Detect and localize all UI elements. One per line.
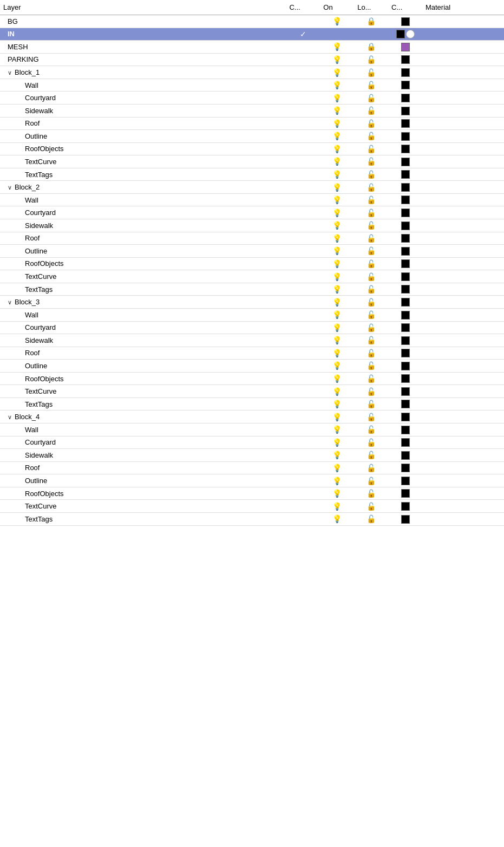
color-swatch[interactable] — [401, 170, 410, 179]
layer-row[interactable]: Outline💡🔓 — [0, 360, 504, 373]
color-swatch[interactable] — [401, 17, 410, 26]
color-swatch[interactable] — [396, 30, 405, 38]
bulb-icon[interactable]: 💡 — [332, 400, 342, 408]
layer-row[interactable]: TextTags💡🔓 — [0, 168, 504, 181]
collapse-arrow-icon[interactable]: ∨ — [8, 69, 14, 76]
color-swatch[interactable] — [401, 81, 410, 89]
color-swatch[interactable] — [401, 311, 410, 320]
bulb-icon[interactable]: 💡 — [332, 374, 342, 383]
layer-row[interactable]: TextCurve💡🔓 — [0, 500, 504, 513]
lock-open-icon[interactable]: 🔓 — [366, 68, 376, 77]
layer-row[interactable]: TextCurve💡🔓 — [0, 155, 504, 168]
layer-row[interactable]: Roof💡🔓 — [0, 232, 504, 245]
color-swatch[interactable] — [401, 209, 410, 217]
lock-open-icon[interactable]: 🔓 — [366, 94, 376, 102]
bulb-icon[interactable]: 💡 — [332, 310, 342, 319]
layer-row[interactable]: Outline💡🔓 — [0, 474, 504, 487]
bulb-icon[interactable]: 💡 — [332, 336, 342, 344]
bulb-icon[interactable]: 💡 — [332, 94, 342, 102]
layer-row[interactable]: Sidewalk💡🔓 — [0, 334, 504, 347]
layer-row[interactable]: MESH💡🔒 — [0, 41, 504, 54]
lock-open-icon[interactable]: 🔓 — [366, 477, 376, 485]
lock-open-icon[interactable]: 🔓 — [366, 145, 376, 153]
lock-open-icon[interactable]: 🔓 — [366, 234, 376, 243]
bulb-icon[interactable]: 💡 — [332, 387, 342, 396]
color-swatch[interactable] — [401, 374, 410, 383]
bulb-icon[interactable]: 💡 — [332, 425, 342, 434]
color-swatch[interactable] — [401, 323, 410, 332]
bulb-icon[interactable]: 💡 — [332, 55, 342, 64]
color-swatch[interactable] — [401, 234, 410, 243]
lock-open-icon[interactable]: 🔓 — [366, 246, 376, 255]
collapse-arrow-icon[interactable]: ∨ — [8, 299, 14, 305]
bulb-icon[interactable]: 💡 — [332, 17, 342, 25]
layer-row[interactable]: Courtyard💡🔓 — [0, 321, 504, 334]
bulb-icon[interactable]: 💡 — [332, 196, 342, 204]
layer-row[interactable]: RoofObjects💡🔓 — [0, 487, 504, 500]
layer-row[interactable]: Roof💡🔓 — [0, 117, 504, 130]
lock-closed-icon[interactable]: 🔒 — [366, 17, 376, 25]
bulb-icon[interactable]: 💡 — [332, 145, 342, 153]
collapse-arrow-icon[interactable]: ∨ — [8, 184, 14, 191]
lock-open-icon[interactable]: 🔓 — [366, 374, 376, 383]
bulb-icon[interactable]: 💡 — [332, 81, 342, 89]
lock-open-icon[interactable]: 🔓 — [366, 413, 376, 421]
color-swatch[interactable] — [401, 221, 410, 230]
color-swatch[interactable] — [401, 43, 410, 51]
bulb-icon[interactable]: 💡 — [332, 464, 342, 472]
bulb-icon[interactable]: 💡 — [332, 361, 342, 370]
layer-row[interactable]: ∨ Block_4💡🔓 — [0, 411, 504, 424]
color-swatch[interactable] — [401, 272, 410, 281]
lock-open-icon[interactable]: 🔓 — [366, 361, 376, 370]
bulb-icon[interactable]: 💡 — [332, 209, 342, 217]
lock-open-icon[interactable]: 🔓 — [366, 502, 376, 511]
lock-open-icon[interactable]: 🔓 — [366, 221, 376, 230]
color-swatch[interactable] — [401, 68, 410, 77]
layer-row[interactable]: RoofObjects💡🔓 — [0, 142, 504, 155]
bulb-icon[interactable]: 💡 — [332, 298, 342, 307]
color-swatch[interactable] — [401, 196, 410, 204]
lock-open-icon[interactable]: 🔓 — [366, 400, 376, 408]
bulb-icon[interactable]: 💡 — [332, 451, 342, 459]
layer-row[interactable]: ∨ Block_1💡🔓 — [0, 66, 504, 79]
bulb-icon[interactable]: 💡 — [332, 514, 342, 523]
layer-row[interactable]: Outline💡🔓 — [0, 130, 504, 143]
bulb-icon[interactable]: 💡 — [332, 477, 342, 485]
lock-open-icon[interactable]: 🔓 — [366, 514, 376, 523]
lock-open-icon[interactable]: 🔓 — [366, 183, 376, 192]
layer-row[interactable]: Courtyard💡🔓 — [0, 92, 504, 105]
color-swatch[interactable] — [401, 298, 410, 307]
bulb-icon[interactable]: 💡 — [332, 502, 342, 511]
lock-open-icon[interactable]: 🔓 — [366, 119, 376, 128]
layer-row[interactable]: Wall💡🔓 — [0, 424, 504, 436]
bulb-icon[interactable]: 💡 — [332, 246, 342, 255]
lock-open-icon[interactable]: 🔓 — [366, 451, 376, 459]
layer-row[interactable]: TextCurve💡🔓 — [0, 270, 504, 283]
color-swatch[interactable] — [401, 336, 410, 345]
bulb-icon[interactable]: 💡 — [332, 106, 342, 115]
color-swatch[interactable] — [401, 259, 410, 268]
lock-open-icon[interactable]: 🔓 — [366, 349, 376, 357]
lock-open-icon[interactable]: 🔓 — [366, 336, 376, 344]
color-swatch[interactable] — [401, 477, 410, 485]
layer-row[interactable]: Courtyard💡🔓 — [0, 206, 504, 219]
lock-open-icon[interactable]: 🔓 — [366, 310, 376, 319]
color-swatch[interactable] — [401, 464, 410, 472]
lock-open-icon[interactable]: 🔓 — [366, 157, 376, 166]
lock-closed-icon[interactable]: 🔒 — [366, 42, 376, 51]
bulb-icon[interactable]: 💡 — [332, 221, 342, 230]
collapse-arrow-icon[interactable]: ∨ — [8, 414, 14, 420]
lock-open-icon[interactable]: 🔓 — [366, 425, 376, 434]
bulb-icon[interactable]: 💡 — [332, 272, 342, 281]
bulb-icon[interactable]: 💡 — [332, 349, 342, 357]
color-swatch[interactable] — [401, 438, 410, 447]
lock-open-icon[interactable]: 🔓 — [366, 438, 376, 447]
bulb-icon[interactable]: 💡 — [332, 438, 342, 447]
bulb-icon[interactable]: 💡 — [332, 42, 342, 51]
color-swatch[interactable] — [401, 55, 410, 64]
bulb-icon[interactable]: 💡 — [332, 157, 342, 166]
layer-row[interactable]: ∨ Block_2💡🔓 — [0, 181, 504, 194]
lock-open-icon[interactable]: 🔓 — [366, 489, 376, 498]
lock-open-icon[interactable]: 🔓 — [366, 323, 376, 332]
color-swatch[interactable] — [401, 362, 410, 370]
